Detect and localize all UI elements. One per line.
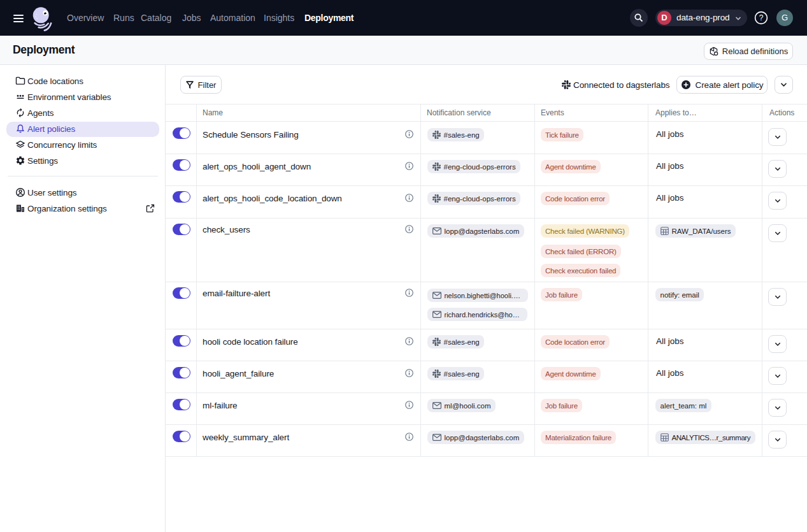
svg-text:?: ? <box>759 13 764 22</box>
